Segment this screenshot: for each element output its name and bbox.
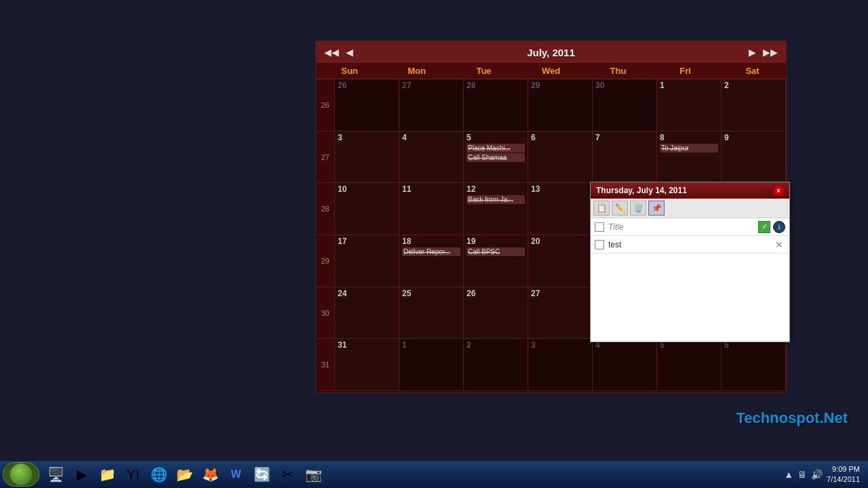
calendar-cell[interactable]: 5: [657, 339, 722, 391]
prev-month-button[interactable]: ◀: [343, 45, 356, 59]
calendar-cell[interactable]: 18Deliver Repor...: [399, 235, 464, 287]
day-number: 28: [467, 81, 525, 90]
calendar-cell[interactable]: 3: [335, 131, 399, 184]
task-checkbox[interactable]: [595, 240, 604, 249]
calendar-cell[interactable]: 29: [528, 79, 593, 131]
popup-task-row[interactable]: test ✕: [591, 236, 789, 253]
taskbar-icon-mediaplayer[interactable]: ▶: [69, 462, 94, 487]
calendar-cell[interactable]: 2: [464, 339, 528, 391]
calendar-cell[interactable]: 3: [528, 339, 593, 391]
system-clock[interactable]: 9:09 PM 7/14/2011: [827, 464, 860, 485]
taskbar-icon-sync[interactable]: 🔄: [250, 462, 274, 487]
taskbar: 🖥️ ▶ 📁 Y! 🌐 📂 🦊 W 🔄 ✂ 📷 ▲ 🖥 🔊 9:09 PM 7/…: [0, 461, 868, 488]
calendar-cell[interactable]: 17: [335, 235, 399, 287]
taskbar-icon-firefox[interactable]: 🦊: [198, 462, 222, 487]
tray-arrow[interactable]: ▲: [784, 469, 793, 480]
day-number: 26: [338, 81, 396, 90]
week-num-27: 27: [316, 131, 334, 184]
tray-network[interactable]: 🖥: [797, 469, 807, 480]
calendar-cell[interactable]: 27: [399, 79, 464, 131]
calendar-cell[interactable]: 1: [399, 339, 464, 391]
pin-button[interactable]: 📌: [648, 201, 665, 216]
dow-thu: Thu: [585, 63, 652, 79]
calendar-event[interactable]: Call BPSC: [467, 247, 525, 256]
task-delete-button[interactable]: ✕: [773, 239, 785, 251]
calendar-event[interactable]: Call Shamaa: [467, 153, 525, 162]
task-text: test: [608, 240, 773, 249]
calendar-cell[interactable]: 25: [399, 287, 464, 340]
week-num-28: 28: [316, 183, 334, 235]
taskbar-icon-word[interactable]: W: [224, 462, 248, 487]
taskbar-icon-folder[interactable]: 📁: [95, 462, 119, 487]
taskbar-icon-snagit[interactable]: ✂: [275, 462, 300, 487]
calendar-cell[interactable]: 9: [722, 131, 786, 184]
calendar-event[interactable]: Place Machi...: [467, 144, 525, 152]
popup-close-button[interactable]: ×: [773, 185, 784, 196]
edit-event-button[interactable]: ✏️: [612, 201, 628, 216]
tray-volume[interactable]: 🔊: [811, 469, 823, 480]
calendar-event[interactable]: Back from Ja...: [467, 195, 525, 204]
week-num-29: 29: [316, 235, 334, 287]
nav-next[interactable]: ▶ ▶▶: [746, 45, 781, 59]
calendar-cell[interactable]: 6: [722, 339, 786, 391]
next-year-button[interactable]: ▶▶: [760, 45, 781, 59]
calendar-cell[interactable]: 10: [335, 183, 399, 235]
day-number: 31: [338, 340, 396, 350]
calendar-cell[interactable]: 8To Jaipur: [657, 131, 722, 184]
calendar-cell[interactable]: 19Call BPSC: [464, 235, 528, 287]
calendar-cell[interactable]: 26: [464, 287, 528, 340]
calendar-cell[interactable]: 11: [399, 183, 464, 235]
start-orb: [10, 464, 32, 485]
popup-title-row[interactable]: Title ✓ i: [591, 218, 789, 236]
day-number: 18: [402, 237, 460, 246]
taskbar-icon-ie[interactable]: 🌐: [146, 462, 171, 487]
calendar-cell[interactable]: 12Back from Ja...: [464, 183, 528, 235]
taskbar-icon-cam[interactable]: 📷: [301, 462, 326, 487]
popup-title: Thursday, July 14, 2011: [596, 186, 687, 195]
next-month-button[interactable]: ▶: [746, 45, 759, 59]
calendar-cell[interactable]: 6: [528, 131, 593, 184]
calendar-cell[interactable]: 31: [335, 339, 399, 391]
calendar-event[interactable]: Deliver Repor...: [402, 247, 460, 256]
week-num-31: 31: [316, 339, 334, 391]
dow-wed: Wed: [517, 63, 585, 79]
watermark-prefix: Technospot: [736, 409, 819, 426]
day-number: 20: [531, 237, 589, 246]
day-number: 26: [467, 289, 525, 298]
calendar-cell[interactable]: 26: [335, 79, 399, 131]
start-button[interactable]: [3, 462, 39, 487]
prev-year-button[interactable]: ◀◀: [321, 45, 342, 59]
day-number: 1: [660, 81, 718, 90]
week-num-26: 26: [316, 79, 334, 131]
taskbar-icon-yahoo[interactable]: Y!: [121, 462, 145, 487]
day-number: 27: [531, 289, 589, 298]
info-button[interactable]: i: [773, 221, 785, 233]
calendar-cell[interactable]: 28: [464, 79, 528, 131]
calendar-event[interactable]: To Jaipur: [660, 144, 718, 152]
calendar-cell[interactable]: 2: [722, 79, 786, 131]
calendar-cell[interactable]: 27: [528, 287, 593, 340]
week-num-30: 30: [316, 287, 334, 340]
new-event-button[interactable]: 📋: [593, 201, 610, 216]
popup-body: [591, 253, 789, 342]
ok-button[interactable]: ✓: [758, 221, 770, 233]
nav-prev[interactable]: ◀◀ ◀: [321, 45, 356, 59]
taskbar-icon-explorer[interactable]: 🖥️: [43, 462, 68, 487]
calendar-cell[interactable]: 24: [335, 287, 399, 340]
calendar-cell[interactable]: 13: [528, 183, 593, 235]
calendar-cell[interactable]: 30: [593, 79, 657, 131]
calendar-cell[interactable]: 5Place Machi...Call Shamaa: [464, 131, 528, 184]
day-number: 24: [338, 289, 396, 298]
delete-event-button[interactable]: 🗑️: [630, 201, 646, 216]
taskbar-icon-filezilla[interactable]: 📂: [172, 462, 197, 487]
day-number: 5: [467, 133, 525, 142]
calendar-cell[interactable]: 7: [593, 131, 657, 184]
title-checkbox[interactable]: [595, 222, 604, 232]
calendar-cell[interactable]: 4: [399, 131, 464, 184]
calendar-cell[interactable]: 4: [593, 339, 657, 391]
event-popup: Thursday, July 14, 2011 × 📋 ✏️ 🗑️ 📌 Titl…: [590, 182, 790, 342]
day-number: 17: [338, 237, 396, 246]
title-placeholder: Title: [608, 222, 758, 232]
calendar-cell[interactable]: 1: [657, 79, 722, 131]
calendar-cell[interactable]: 20: [528, 235, 593, 287]
